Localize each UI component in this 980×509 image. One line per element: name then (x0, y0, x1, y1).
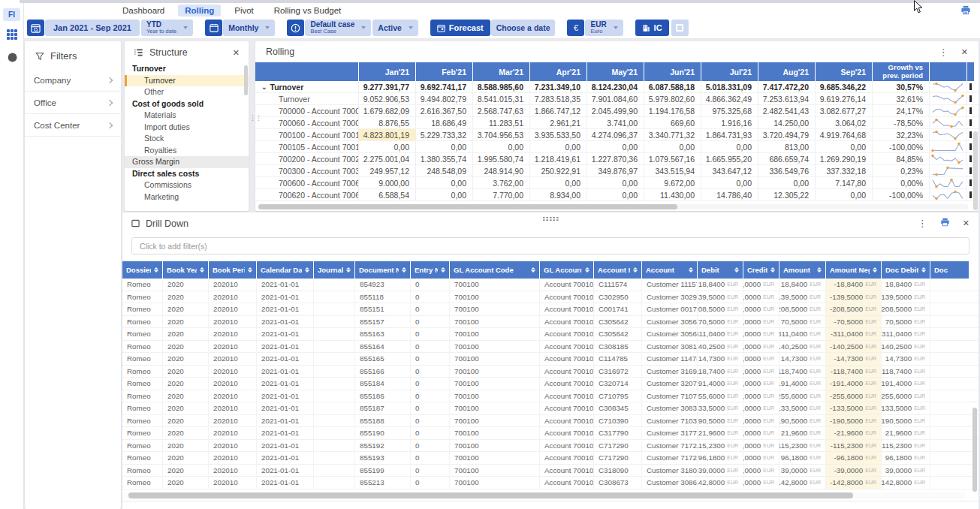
rolling-cell[interactable]: 0,00 (758, 177, 815, 188)
drilldown-row[interactable]: Romeo20202020102021-01-018552130700100Ac… (122, 477, 978, 489)
rolling-header-month[interactable]: Sep'21 (815, 62, 872, 81)
sort-icon[interactable] (731, 267, 739, 273)
structure-item[interactable]: Cost of goods sold (125, 98, 249, 110)
rolling-cell[interactable]: 9.672,00 (644, 177, 701, 188)
sort-icon[interactable] (582, 267, 590, 273)
rolling-header-month[interactable]: Jul'21 (701, 62, 758, 81)
kebab-menu-icon[interactable]: ⋮ (918, 218, 927, 228)
drilldown-row[interactable]: Romeo20202020102021-01-018551630700100Ac… (122, 328, 978, 341)
status-dropdown[interactable]: Active (372, 20, 418, 36)
rolling-cell[interactable]: 4.919.764,68 (815, 129, 872, 140)
rolling-row-label[interactable]: 700620 - Account 700620 (255, 189, 358, 200)
rolling-header-month[interactable]: Apr'21 (529, 62, 586, 81)
column-header-amount-neg-[interactable]: Amount Neg. (825, 261, 881, 279)
rolling-cell[interactable]: 12.305,22 (758, 189, 815, 200)
print-button[interactable] (960, 5, 971, 18)
rolling-cell[interactable]: 248.548,09 (415, 165, 472, 176)
column-header-account[interactable]: Account (641, 261, 697, 279)
rolling-cell[interactable]: 9.692.741,17 (415, 81, 472, 92)
drilldown-row[interactable]: Romeo20202020102021-01-018551870700100Ac… (122, 402, 978, 415)
rolling-row-label[interactable]: 700100 - Account 700100 (255, 129, 358, 140)
rolling-cell[interactable]: 343.647,12 (701, 165, 758, 176)
tab-dashboard[interactable]: Dashboard (116, 5, 171, 17)
rolling-cell[interactable]: 0,00 (472, 141, 529, 152)
drilldown-row[interactable]: Romeo20202020102021-01-018551570700100Ac… (122, 316, 978, 329)
drilldown-filter-input[interactable]: Click to add filter(s) (131, 237, 969, 254)
column-header-journal[interactable]: Journal (313, 261, 354, 279)
drilldown-vertical-scrollbar[interactable] (972, 408, 977, 492)
structure-item[interactable]: Import duties (125, 122, 249, 134)
rolling-growth-cell[interactable]: 0,00% (872, 177, 929, 188)
rolling-vertical-scrollbar[interactable] (973, 131, 978, 210)
rolling-row-label[interactable]: 700105 - Account 700105 (255, 141, 358, 152)
rolling-cell[interactable]: 4.823.801,19 (358, 129, 415, 140)
drilldown-row[interactable]: Romeo20202020102021-01-018551880700100Ac… (122, 415, 978, 428)
filter-item-cost-center[interactable]: Cost Center (25, 114, 121, 137)
sort-icon[interactable] (438, 267, 445, 273)
sort-icon[interactable] (197, 267, 204, 273)
rolling-cell[interactable]: 686.659,74 (758, 153, 815, 164)
rolling-cell[interactable]: 349.876,97 (586, 165, 644, 176)
rolling-cell[interactable]: 5.018.331,09 (701, 81, 758, 92)
panel-drag-handle[interactable] (542, 216, 559, 221)
rolling-cell[interactable]: 7.283.518,35 (529, 93, 586, 104)
rolling-row-label[interactable]: 700060 - Account 700060 (255, 117, 358, 128)
rolling-cell[interactable]: 9.000,00 (358, 177, 415, 188)
rolling-cell[interactable]: 7.901.084,60 (586, 93, 644, 104)
rolling-growth-cell[interactable]: 32,61% (872, 93, 929, 104)
scenario-dropdown[interactable]: Default case Best Case (305, 20, 371, 36)
sort-icon[interactable] (814, 267, 822, 273)
rolling-row-label[interactable]: 700000 - Account 700000 (255, 105, 358, 116)
rolling-header-month[interactable]: Aug'21 (758, 62, 815, 81)
rolling-cell[interactable]: 6.087.588,18 (644, 81, 701, 92)
rolling-cell[interactable]: 1.380.355,74 (415, 153, 472, 164)
rolling-growth-cell[interactable]: -100,00% (872, 141, 929, 152)
rolling-cell[interactable]: 3.720.494,79 (758, 129, 815, 140)
column-header-gl-account-code[interactable]: GL Account Code (449, 261, 539, 279)
collapse-chevron-icon[interactable]: ⌄ (261, 83, 267, 91)
structure-item[interactable]: Other (125, 86, 249, 98)
column-header-gl-account[interactable]: GL Account (539, 261, 593, 279)
ic-button[interactable]: IC (635, 20, 669, 36)
rolling-cell[interactable]: 1.079.567,16 (644, 153, 701, 164)
rolling-cell[interactable]: 3.064,02 (815, 117, 872, 128)
rolling-cell[interactable]: 7.147,80 (815, 177, 872, 188)
drilldown-row[interactable]: Romeo20202020102021-01-018551180700100Ac… (122, 291, 978, 304)
sort-icon[interactable] (630, 267, 638, 273)
rolling-cell[interactable]: 18.686,49 (415, 117, 472, 128)
column-header-doc-debit[interactable]: Doc Debit (881, 261, 930, 279)
rolling-cell[interactable]: 8.588.985,60 (472, 81, 529, 92)
rolling-cell[interactable]: 1.679.682,09 (358, 105, 415, 116)
rolling-cell[interactable]: 8.876,55 (358, 117, 415, 128)
rolling-cell[interactable]: 249.957,12 (358, 165, 415, 176)
rolling-cell[interactable]: 0,00 (815, 189, 872, 200)
drilldown-row[interactable]: Romeo20202020102021-01-018551660700100Ac… (122, 366, 978, 378)
structure-item[interactable]: Royalties (125, 145, 249, 157)
rolling-cell[interactable]: 0,00 (529, 177, 586, 188)
rolling-cell[interactable]: 0,00 (415, 177, 472, 188)
rolling-growth-cell[interactable]: 32,23% (872, 129, 929, 140)
rolling-row-label[interactable]: Turnover (255, 93, 358, 104)
structure-item[interactable]: Direct sales costs (125, 168, 249, 180)
rolling-cell[interactable]: 8.124.230,04 (586, 81, 644, 92)
rolling-cell[interactable]: 248.914,90 (472, 165, 529, 176)
column-header-entry-nr[interactable]: Entry Nr (410, 261, 449, 279)
rolling-cell[interactable]: 3.340.771,32 (644, 129, 701, 140)
granularity-calendar-icon[interactable] (205, 20, 222, 36)
panel-resize-handle[interactable]: ⋮⋮ (249, 117, 253, 134)
structure-item[interactable]: Turnover (125, 63, 249, 75)
rolling-cell[interactable]: 975.325,68 (701, 105, 758, 116)
rolling-cell[interactable]: 1.269.290,19 (815, 153, 872, 164)
column-header-account-nr[interactable]: Account Nr (593, 261, 641, 279)
rolling-header-month[interactable]: Mar'21 (472, 62, 529, 81)
globe-icon[interactable] (0, 48, 24, 66)
rolling-cell[interactable]: 6.588,54 (358, 189, 415, 200)
column-header-amount[interactable]: Amount (779, 261, 825, 279)
structure-item[interactable]: Turnover (125, 75, 249, 87)
rolling-cell[interactable]: 11.283,51 (472, 117, 529, 128)
rolling-cell[interactable]: 2.045.499,90 (586, 105, 644, 116)
rolling-growth-cell[interactable]: -100,00% (872, 189, 929, 200)
rolling-cell[interactable]: 3.704.956,53 (472, 129, 529, 140)
choose-date-button[interactable]: Choose a date (491, 20, 556, 36)
drilldown-row[interactable]: Romeo20202020102021-01-018551650700100Ac… (122, 353, 978, 366)
